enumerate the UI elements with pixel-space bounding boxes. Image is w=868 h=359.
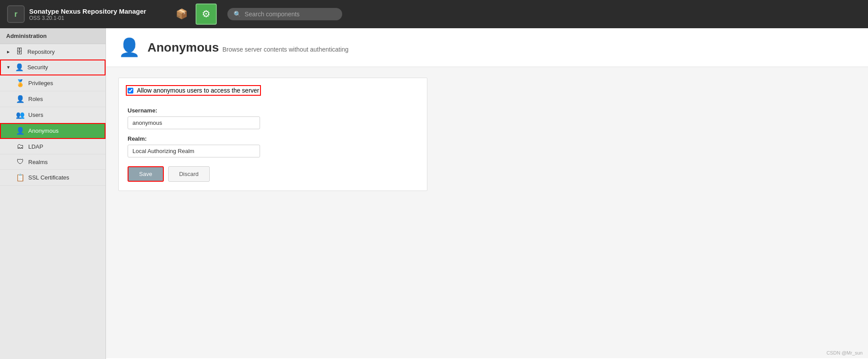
sidebar-label-users: Users bbox=[28, 112, 43, 118]
sidebar-item-anonymous[interactable]: 👤 Anonymous bbox=[0, 123, 106, 139]
expand-arrow-repository: ► bbox=[6, 49, 11, 54]
footer-credit: CSDN @Mr_sun bbox=[826, 350, 863, 355]
search-box: 🔍 bbox=[227, 8, 342, 20]
sidebar-item-security[interactable]: ▼ 👤 Security bbox=[0, 60, 106, 75]
sidebar-label-security: Security bbox=[27, 64, 48, 71]
roles-icon: 👤 bbox=[16, 95, 25, 103]
gear-icon: ⚙ bbox=[202, 8, 211, 20]
realm-label: Realm: bbox=[128, 135, 418, 142]
page-header: 👤 Anonymous Browse server contents witho… bbox=[106, 28, 868, 67]
form-actions: Save Discard bbox=[128, 166, 418, 182]
privileges-icon: 🏅 bbox=[16, 79, 25, 87]
sidebar-label-ldap: LDAP bbox=[28, 143, 43, 150]
sidebar-label-ssl: SSL Certificates bbox=[28, 174, 69, 181]
sidebar: Administration ► 🗄 Repository ▼ 👤 Securi… bbox=[0, 28, 106, 359]
page-body: Allow anonymous users to access the serv… bbox=[106, 67, 868, 358]
realm-input[interactable] bbox=[128, 145, 260, 157]
username-input[interactable] bbox=[128, 116, 260, 129]
sidebar-item-ssl[interactable]: 📋 SSL Certificates bbox=[0, 170, 106, 186]
search-icon: 🔍 bbox=[234, 11, 241, 18]
app-title: Sonatype Nexus Repository Manager OSS 3.… bbox=[29, 7, 146, 21]
discard-button[interactable]: Discard bbox=[168, 166, 210, 182]
logo-icon: r bbox=[7, 5, 25, 23]
content-area: 👤 Anonymous Browse server contents witho… bbox=[106, 28, 868, 359]
ssl-icon: 📋 bbox=[16, 173, 25, 182]
allow-anonymous-label: Allow anonymous users to access the serv… bbox=[137, 87, 259, 94]
top-header: r Sonatype Nexus Repository Manager OSS … bbox=[0, 0, 868, 28]
box-icon: 📦 bbox=[176, 8, 188, 20]
realms-icon: 🛡 bbox=[16, 158, 25, 166]
anonymous-icon: 👤 bbox=[16, 127, 25, 135]
sidebar-item-repository[interactable]: ► 🗄 Repository bbox=[0, 44, 106, 60]
sidebar-item-realms[interactable]: 🛡 Realms bbox=[0, 154, 106, 170]
expand-arrow-security: ▼ bbox=[6, 65, 11, 70]
sidebar-label-repository: Repository bbox=[27, 49, 55, 55]
admin-header: Administration bbox=[0, 28, 106, 44]
page-header-text: Anonymous Browse server contents without… bbox=[147, 41, 348, 55]
app-name: Sonatype Nexus Repository Manager bbox=[29, 7, 146, 15]
page-subtitle: Browse server contents without authentic… bbox=[223, 46, 349, 53]
sidebar-label-roles: Roles bbox=[28, 96, 43, 102]
users-icon: 👥 bbox=[16, 111, 25, 119]
main-layout: Administration ► 🗄 Repository ▼ 👤 Securi… bbox=[0, 28, 868, 359]
save-button[interactable]: Save bbox=[128, 166, 164, 182]
sidebar-item-users[interactable]: 👥 Users bbox=[0, 107, 106, 123]
security-icon: 👤 bbox=[15, 63, 24, 71]
logo-area: r Sonatype Nexus Repository Manager OSS … bbox=[7, 5, 146, 23]
sidebar-item-roles[interactable]: 👤 Roles bbox=[0, 91, 106, 107]
sidebar-label-anonymous: Anonymous bbox=[28, 127, 59, 134]
page-header-icon: 👤 bbox=[118, 37, 140, 58]
app-version: OSS 3.20.1-01 bbox=[29, 15, 146, 21]
sidebar-label-realms: Realms bbox=[28, 159, 48, 165]
username-label: Username: bbox=[128, 107, 418, 114]
box-icon-button[interactable]: 📦 bbox=[171, 4, 192, 25]
sidebar-item-ldap[interactable]: 🗂 LDAP bbox=[0, 139, 106, 154]
repository-icon: 🗄 bbox=[15, 48, 24, 56]
gear-icon-button[interactable]: ⚙ bbox=[196, 4, 217, 25]
page-title: Anonymous bbox=[147, 41, 219, 55]
allow-anonymous-checkbox[interactable] bbox=[128, 88, 133, 93]
anonymous-access-row: Allow anonymous users to access the serv… bbox=[128, 87, 259, 94]
header-icons: 📦 ⚙ bbox=[171, 4, 217, 25]
ldap-icon: 🗂 bbox=[16, 142, 25, 150]
sidebar-item-privileges[interactable]: 🏅 Privileges bbox=[0, 75, 106, 91]
sidebar-label-privileges: Privileges bbox=[28, 80, 53, 86]
form-card: Allow anonymous users to access the serv… bbox=[118, 78, 427, 191]
search-input[interactable] bbox=[245, 11, 333, 18]
